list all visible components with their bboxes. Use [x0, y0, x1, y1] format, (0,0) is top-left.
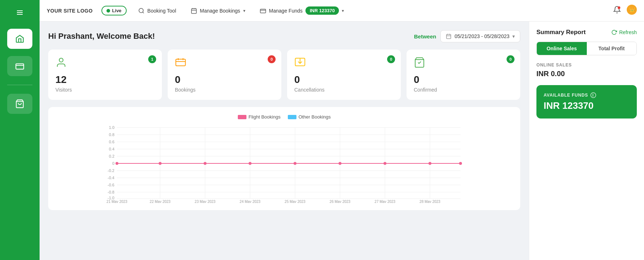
svg-point-57	[159, 162, 162, 165]
date-filter: Between 05/21/2023 - 05/28/2023 ▾	[414, 30, 520, 42]
svg-text:0.4: 0.4	[109, 147, 114, 151]
svg-text:21 May 2023: 21 May 2023	[106, 200, 127, 203]
manage-funds-nav[interactable]: Manage Funds INR 123370 ▾	[257, 5, 347, 16]
svg-point-5	[139, 8, 143, 13]
tab-total-profit[interactable]: Total Profit	[587, 42, 637, 55]
svg-rect-15	[446, 34, 451, 39]
welcome-text: Hi Prashant, Welcome Back!	[48, 32, 155, 41]
manage-bookings-label: Manage Bookings	[200, 8, 240, 14]
online-sales-value: INR 0.00	[536, 70, 637, 78]
svg-text:0.2: 0.2	[109, 154, 114, 158]
svg-text:22 May 2023: 22 May 2023	[150, 200, 171, 203]
live-badge[interactable]: Live	[101, 6, 127, 15]
manage-bookings-nav[interactable]: Manage Bookings ▾	[188, 6, 248, 15]
legend-flight-color	[238, 115, 246, 119]
bookings-label: Bookings	[175, 87, 274, 93]
booking-tool-nav[interactable]: Booking Tool	[135, 6, 179, 15]
svg-rect-11	[260, 9, 266, 13]
confirmed-badge: 0	[507, 55, 514, 63]
site-logo: YOUR SITE LOGO	[47, 8, 93, 14]
cancellations-badge: 0	[387, 55, 395, 63]
visitors-value: 12	[55, 74, 155, 85]
legend-other: Other Bookings	[288, 114, 331, 120]
available-funds-card: AVAILABLE FUNDS i INR 123370	[536, 85, 637, 119]
stat-card-cancellations: 0 0 Cancellations	[287, 50, 401, 100]
sidebar-item-shopping[interactable]	[7, 94, 32, 114]
svg-point-64	[459, 162, 462, 165]
svg-point-59	[249, 162, 251, 165]
svg-point-60	[294, 162, 296, 165]
svg-text:0.6: 0.6	[109, 140, 114, 144]
right-panel: Summary Report Refresh Online Sales Tota…	[529, 22, 644, 260]
svg-rect-7	[191, 9, 196, 14]
sidebar-divider	[7, 85, 32, 85]
bookings-icon	[175, 57, 274, 70]
confirmed-value: 0	[414, 74, 513, 85]
legend-flight: Flight Bookings	[238, 114, 281, 120]
svg-point-56	[115, 162, 118, 165]
stat-card-confirmed: 0 0 Confirmed	[407, 50, 520, 100]
main-area: YOUR SITE LOGO Live Booking Tool Manage …	[40, 0, 644, 260]
svg-line-6	[142, 12, 144, 13]
svg-point-19	[59, 58, 63, 62]
legend-flight-label: Flight Bookings	[249, 114, 281, 120]
legend-other-color	[288, 115, 296, 119]
live-dot	[106, 9, 110, 13]
user-avatar[interactable]: 👑	[627, 5, 637, 17]
manage-bookings-arrow: ▾	[243, 8, 245, 13]
hamburger-menu[interactable]	[13, 6, 27, 22]
svg-text:-0.4: -0.4	[108, 176, 114, 180]
visitors-label: Visitors	[55, 87, 155, 93]
svg-text:24 May 2023: 24 May 2023	[240, 200, 260, 203]
svg-text:1.0: 1.0	[109, 125, 114, 130]
online-sales-label: ONLINE SALES	[536, 62, 637, 68]
svg-text:27 May 2023: 27 May 2023	[375, 200, 395, 203]
summary-tabs: Online Sales Total Profit	[536, 42, 637, 55]
booking-tool-label: Booking Tool	[148, 8, 176, 14]
stats-cards: 1 12 Visitors 0 0	[48, 50, 520, 100]
visitors-badge: 1	[148, 55, 156, 63]
date-range-arrow: ▾	[512, 33, 515, 39]
svg-text:👑: 👑	[629, 7, 635, 13]
date-range-picker[interactable]: 05/21/2023 - 05/28/2023 ▾	[440, 30, 520, 42]
available-funds-label: AVAILABLE FUNDS i	[544, 92, 630, 98]
chart-svg: 1.0 0.8 0.6 0.4 0.2 0 -0.2 -0.4 -0.6 -0.…	[55, 124, 513, 203]
svg-point-61	[339, 162, 341, 165]
stat-card-visitors: 1 12 Visitors	[48, 50, 162, 100]
refresh-label: Refresh	[619, 29, 637, 35]
topnav: YOUR SITE LOGO Live Booking Tool Manage …	[40, 0, 644, 22]
svg-text:26 May 2023: 26 May 2023	[330, 200, 350, 203]
svg-point-62	[384, 162, 386, 165]
between-label: Between	[414, 33, 436, 40]
available-funds-value: INR 123370	[544, 100, 630, 111]
content-area: Hi Prashant, Welcome Back! Between 05/21…	[40, 22, 644, 260]
svg-text:-0.2: -0.2	[108, 168, 114, 173]
confirmed-label: Confirmed	[414, 87, 513, 93]
chart-legend: Flight Bookings Other Bookings	[55, 114, 513, 120]
svg-rect-20	[176, 59, 186, 66]
svg-text:23 May 2023: 23 May 2023	[195, 200, 216, 203]
sidebar-item-wallet[interactable]	[7, 56, 32, 76]
svg-point-63	[428, 162, 431, 165]
summary-title: Summary Report	[536, 29, 586, 36]
bookings-value: 0	[175, 74, 274, 85]
funds-badge[interactable]: INR 123370	[305, 6, 339, 15]
svg-text:0.8: 0.8	[109, 133, 114, 137]
dash-header: Hi Prashant, Welcome Back! Between 05/21…	[48, 30, 520, 42]
legend-other-label: Other Bookings	[299, 114, 331, 120]
tab-online-sales[interactable]: Online Sales	[537, 42, 587, 55]
svg-rect-3	[16, 64, 24, 69]
summary-header: Summary Report Refresh	[536, 29, 637, 36]
sidebar-item-home[interactable]	[7, 29, 32, 49]
svg-text:-0.6: -0.6	[108, 183, 114, 187]
svg-point-12	[618, 6, 620, 9]
notification-bell[interactable]	[613, 6, 621, 15]
bookings-badge: 0	[268, 55, 276, 63]
refresh-button[interactable]: Refresh	[611, 29, 637, 35]
cancellations-value: 0	[294, 74, 394, 85]
manage-funds-label: Manage Funds	[269, 8, 303, 14]
cancellations-icon	[294, 57, 394, 70]
date-range-value: 05/21/2023 - 05/28/2023	[454, 33, 509, 39]
info-icon: i	[590, 92, 596, 98]
confirmed-icon	[414, 57, 513, 70]
